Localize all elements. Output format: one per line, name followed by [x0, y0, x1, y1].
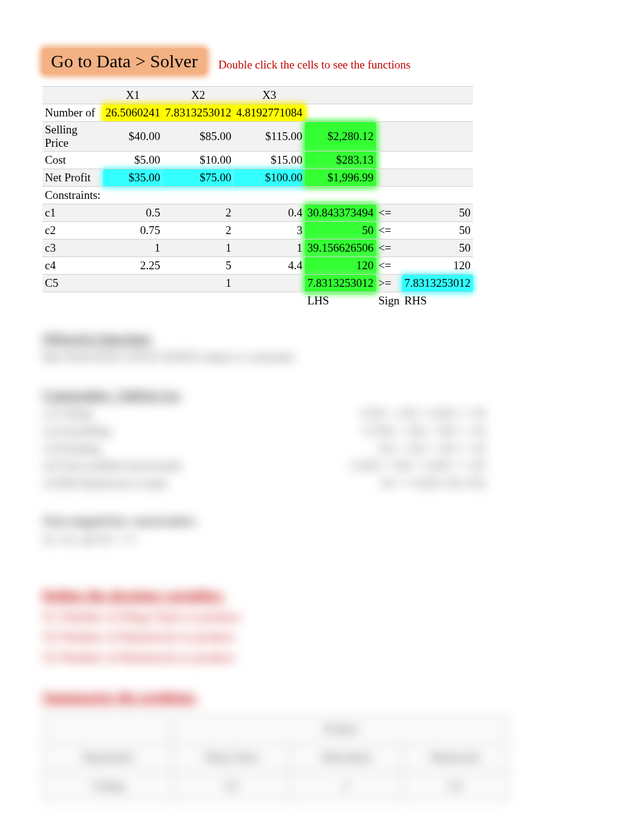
c5-x3[interactable]: [233, 275, 304, 292]
c2-rhs[interactable]: 50: [402, 222, 473, 240]
summary-table: Product Department Sling Chairs Adironda…: [42, 715, 509, 801]
c5-x1[interactable]: [103, 275, 163, 292]
sp-x1[interactable]: $40.00: [103, 122, 163, 152]
cons-left-3: c3) Finishing: [42, 440, 255, 458]
bt-r3c2: 0.5: [173, 772, 290, 800]
cons-right-3: 1X1 + 1X2 + 1X3 <= 50: [303, 440, 485, 458]
bt-r2c4: Hammocks: [401, 743, 509, 772]
c2-x3[interactable]: 3: [233, 222, 304, 240]
c3-x1[interactable]: 1: [103, 240, 163, 257]
c5-x2[interactable]: 1: [163, 275, 233, 292]
c2-name: c2: [42, 222, 103, 240]
c4-x3[interactable]: 4.4: [233, 257, 304, 275]
bt-r2c3: Adirondack: [290, 743, 401, 772]
c4-rhs[interactable]: 120: [402, 257, 473, 275]
footer-lhs: LHS: [305, 292, 376, 310]
solver-table: X1 X2 X3 Number of 26.5060241 7.83132530…: [42, 86, 473, 309]
label-constraints: Constraints:: [42, 187, 103, 204]
c1-name: c1: [42, 204, 103, 222]
cost-x2[interactable]: $10.00: [163, 152, 233, 169]
c4-x1[interactable]: 2.25: [103, 257, 163, 275]
c3-x2[interactable]: 1: [163, 240, 233, 257]
cons-left-1: c1) Cutting: [42, 405, 255, 423]
c3-sign[interactable]: <=: [376, 240, 402, 257]
c1-rhs[interactable]: 50: [402, 204, 473, 222]
np-x3[interactable]: $100.00: [233, 169, 304, 187]
label-cost: Cost: [42, 152, 103, 169]
c1-x1[interactable]: 0.5: [103, 204, 163, 222]
label-selling-price: Selling Price: [42, 122, 103, 152]
number-of-x1[interactable]: 26.5060241: [103, 104, 163, 122]
c4-sign[interactable]: <=: [376, 257, 402, 275]
obj-func-header: Objective function:: [42, 327, 602, 349]
footer-sign: Sign: [376, 292, 402, 310]
page-title: Go to Data > Solver: [42, 49, 206, 74]
c4-lhs[interactable]: 120: [305, 257, 376, 275]
c2-x2[interactable]: 2: [163, 222, 233, 240]
obj-func-line: Max Profit $35X1+$75X2+$100X3 subject to…: [42, 349, 602, 366]
c5-sign[interactable]: >=: [376, 275, 402, 292]
c4-name: c4: [42, 257, 103, 275]
cost-x1[interactable]: $5.00: [103, 152, 163, 169]
bt-r3c4: 0.4: [401, 772, 509, 800]
c5-name: C5: [42, 275, 103, 292]
sp-x2[interactable]: $85.00: [163, 122, 233, 152]
locked-content: Objective function: Max Profit $35X1+$75…: [42, 327, 602, 801]
constraints-header: Constraints / Subject to:: [42, 384, 602, 405]
cons-right-4: 2.25X1 + 5X2 + 4.4X3 <= 120: [303, 457, 485, 475]
nn-line: X1, X2, and X3 >= 0: [42, 531, 602, 549]
cons-right-2: 0.75X1 + 2X2 + 3X3 <= 50: [303, 423, 485, 440]
cost-total[interactable]: $283.13: [305, 152, 376, 169]
c3-rhs[interactable]: 50: [402, 240, 473, 257]
np-x1[interactable]: $35.00: [103, 169, 163, 187]
header-x3: X3: [233, 87, 304, 104]
sp-x3[interactable]: $115.00: [233, 122, 304, 152]
sum-header: Summarize the problem:: [42, 685, 602, 708]
c1-x2[interactable]: 2: [163, 204, 233, 222]
cost-x3[interactable]: $15.00: [233, 152, 304, 169]
c5-rhs[interactable]: 7.8313253012: [402, 275, 473, 292]
cons-left-5: c5) Min Hammocks to make: [42, 475, 255, 492]
c4-x2[interactable]: 5: [163, 257, 233, 275]
sp-total[interactable]: $2,280.12: [305, 122, 376, 152]
cons-right-1: 0.5X1 + 2X2 + 0.4X3 <= 50: [303, 405, 485, 423]
dv-header: Define the decision variables:: [42, 583, 602, 606]
bt-r1c1: [43, 715, 173, 743]
c1-x3[interactable]: 0.4: [233, 204, 304, 222]
bt-r1c2: Product: [173, 715, 509, 743]
label-net-profit: Net Profit: [42, 169, 103, 187]
dv-line-1: X1 Number of Sling Chairs to produce: [42, 607, 602, 628]
np-total[interactable]: $1,996.99: [305, 169, 376, 187]
bt-r3c1: Cutting: [43, 772, 173, 800]
c3-x3[interactable]: 1: [233, 240, 304, 257]
c3-name: c3: [42, 240, 103, 257]
header-x1: X1: [103, 87, 163, 104]
label-number-of: Number of: [42, 104, 103, 122]
c2-sign[interactable]: <=: [376, 222, 402, 240]
bt-r2c2: Sling Chairs: [173, 743, 290, 772]
c2-x1[interactable]: 0.75: [103, 222, 163, 240]
cons-left-4: c4) Total available hours/month: [42, 457, 255, 475]
np-x2[interactable]: $75.00: [163, 169, 233, 187]
c1-lhs[interactable]: 30.843373494: [305, 204, 376, 222]
footer-rhs: RHS: [402, 292, 473, 310]
cons-right-5: X2 >= 0.2(X1+X2+X3): [303, 475, 485, 492]
header-x2: X2: [163, 87, 233, 104]
bt-r2c1: Department: [43, 743, 173, 772]
dv-line-3: X3 Number of Hammocks to produce: [42, 648, 602, 668]
hint-text: Double click the cells to see the functi…: [218, 58, 411, 74]
c2-lhs[interactable]: 50: [305, 222, 376, 240]
cons-left-2: c2) Assembling: [42, 423, 255, 440]
c5-lhs[interactable]: 7.8313253012: [305, 275, 376, 292]
dv-line-2: X2 Number of Hammocks to produce: [42, 627, 602, 648]
nn-header: Non-negativity constraints:: [42, 510, 602, 531]
number-of-x3[interactable]: 4.8192771084: [233, 104, 304, 122]
c3-lhs[interactable]: 39.156626506: [305, 240, 376, 257]
c1-sign[interactable]: <=: [376, 204, 402, 222]
number-of-x2[interactable]: 7.8313253012: [163, 104, 233, 122]
bt-r3c3: 2: [290, 772, 401, 800]
